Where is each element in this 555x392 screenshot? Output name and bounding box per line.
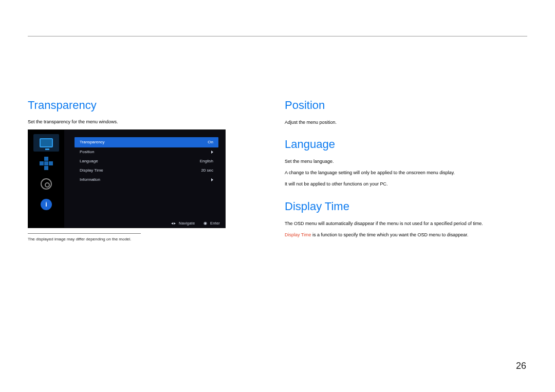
chevron-right-icon xyxy=(211,151,213,154)
osd-row-value: 20 sec xyxy=(201,168,213,173)
footnote-divider xyxy=(28,233,141,234)
osd-row-display-time: Display Time 20 sec xyxy=(75,166,218,175)
osd-row-label: Display Time xyxy=(80,168,103,173)
footnote-text: The displayed image may differ depending… xyxy=(28,237,249,241)
heading-position: Position xyxy=(285,99,527,112)
osd-footer-enter: Enter xyxy=(210,221,220,226)
osd-row-label: Position xyxy=(80,150,94,154)
chevron-right-icon xyxy=(211,178,213,181)
display-time-suffix: is a function to specify the time which … xyxy=(311,232,469,237)
heading-language: Language xyxy=(285,138,527,151)
osd-row-label: Information xyxy=(80,177,100,182)
osd-row-position: Position xyxy=(75,147,218,157)
gear-icon xyxy=(41,178,52,190)
osd-sidebar-picture xyxy=(33,134,59,152)
section-transparency: Transparency Set the transparency for th… xyxy=(28,99,249,241)
osd-row-value: On xyxy=(208,140,213,144)
section-position: Position Adjust the menu position. xyxy=(285,99,527,125)
osd-menu-panel: Transparency On Position Language Englis… xyxy=(75,137,218,184)
desc-display-time-1: The OSD menu will automatically disappea… xyxy=(285,220,527,227)
page-number: 26 xyxy=(516,361,526,371)
header-divider xyxy=(28,36,527,36)
osd-row-transparency: Transparency On xyxy=(75,137,218,147)
osd-row-label: Language xyxy=(80,159,98,163)
desc-language-note1: A change to the language setting will on… xyxy=(285,170,527,176)
desc-language-1: Set the menu language. xyxy=(285,158,527,164)
osd-footer: ◂▸ Navigate ◉ Enter xyxy=(164,221,220,226)
osd-row-label: Transparency xyxy=(80,140,105,144)
section-display-time: Display Time The OSD menu will automatic… xyxy=(285,200,527,238)
desc-position: Adjust the menu position. xyxy=(285,119,527,125)
column-left: Transparency Set the transparency for th… xyxy=(28,99,249,254)
info-icon: i xyxy=(41,199,52,210)
osd-sidebar-info: i xyxy=(33,196,59,213)
heading-display-time: Display Time xyxy=(285,200,527,213)
osd-row-information: Information xyxy=(75,175,218,184)
osd-sidebar-onscreen xyxy=(33,155,59,172)
osd-sidebar: i xyxy=(28,130,64,228)
dpad-icon xyxy=(40,157,53,170)
column-right: Position Adjust the menu position. Langu… xyxy=(285,99,527,250)
osd-row-value: English xyxy=(200,159,213,163)
osd-screenshot: i Transparency On Position Language xyxy=(28,129,226,228)
heading-transparency: Transparency xyxy=(28,99,249,112)
osd-sidebar-system xyxy=(33,175,59,193)
display-time-highlight: Display Time xyxy=(285,232,311,237)
desc-display-time-2: Display Time is a function to specify th… xyxy=(285,232,527,238)
desc-transparency: Set the transparency for the menu window… xyxy=(28,119,249,125)
monitor-icon xyxy=(40,138,53,147)
osd-row-language: Language English xyxy=(75,157,218,166)
nav-glyph-icon: ◂▸ xyxy=(171,221,175,226)
desc-language-note2: It will not be applied to other function… xyxy=(285,181,527,187)
document-page: Transparency Set the transparency for th… xyxy=(0,0,555,392)
enter-glyph-icon: ◉ xyxy=(203,221,207,226)
section-language: Language Set the menu language. A change… xyxy=(285,138,527,187)
osd-footer-nav: Navigate xyxy=(179,221,195,226)
